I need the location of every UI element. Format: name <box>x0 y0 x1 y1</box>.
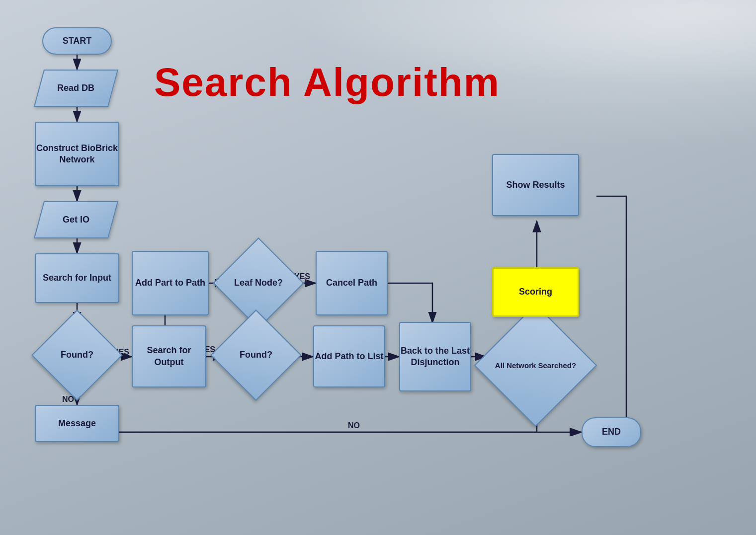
found2-node: Found? <box>224 323 288 387</box>
scoring-node: Scoring <box>492 267 579 317</box>
read-db-node: Read DB <box>34 70 118 107</box>
show-results-node: Show Results <box>492 154 579 216</box>
cancel-path-node: Cancel Path <box>316 251 388 315</box>
search-input-node: Search for Input <box>35 253 119 303</box>
construct-network-node: Construct BioBrick Network <box>35 122 119 186</box>
page-title: Search Algorithm <box>154 60 500 105</box>
found1-node: Found? <box>45 323 109 387</box>
back-disjunction-node: Back to the Last Disjunction <box>399 322 471 391</box>
flowchart: Search Algorithm <box>0 0 756 535</box>
search-output-node: Search for Output <box>132 325 206 387</box>
message-node: Message <box>35 405 119 442</box>
get-io-node: Get IO <box>34 201 118 238</box>
no-label-allnetwork: NO <box>348 421 360 430</box>
add-path-node: Add Path to List <box>313 325 385 387</box>
leaf-node-diamond: Leaf Node? <box>226 251 291 315</box>
end-node: END <box>582 417 641 447</box>
start-node: START <box>42 27 112 55</box>
all-network-diamond: All Network Searched? <box>492 322 579 409</box>
add-part-node: Add Part to Path <box>132 251 209 315</box>
